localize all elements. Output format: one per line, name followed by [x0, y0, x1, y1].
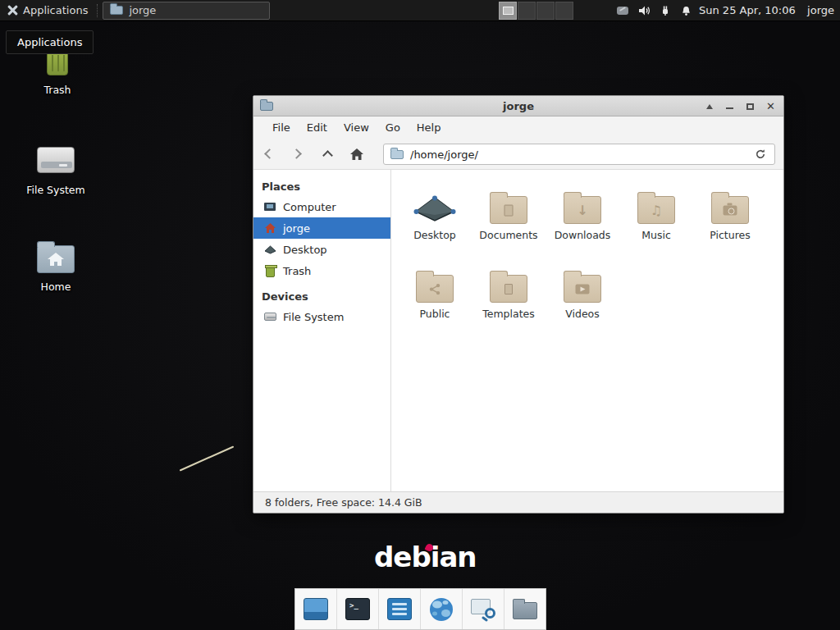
public-folder-icon [416, 275, 454, 303]
workspace-window-thumb [503, 7, 514, 15]
minimize-icon [726, 107, 733, 110]
downloads-folder-icon [564, 196, 601, 224]
file-item-documents[interactable]: Documents [472, 181, 546, 258]
close-button[interactable] [765, 101, 776, 112]
desktop-folder-icon [413, 181, 457, 227]
web-browser-icon [429, 597, 454, 622]
file-label: Downloads [555, 229, 611, 241]
menu-file[interactable]: File [265, 118, 298, 137]
sidebar: Places Computer jorge Desktop [253, 170, 391, 493]
minimize-button[interactable] [724, 101, 735, 112]
reload-icon [755, 148, 766, 160]
titlebar[interactable]: jorge [253, 96, 783, 116]
menu-edit[interactable]: Edit [299, 118, 335, 137]
sidebar-item-desktop[interactable]: Desktop [253, 239, 390, 260]
file-item-pictures[interactable]: Pictures [693, 181, 767, 258]
desktop-icon-label: File System [26, 185, 85, 196]
menubar: File Edit View Go Help [253, 116, 783, 139]
file-label: Desktop [413, 229, 456, 241]
panel-separator [97, 4, 99, 17]
tablet-icon[interactable] [615, 4, 629, 18]
dock-item-show-desktop[interactable] [295, 589, 336, 629]
house-icon [47, 252, 65, 267]
file-label: Documents [479, 229, 537, 241]
dock-item-task-list[interactable] [378, 589, 420, 629]
file-label: Public [420, 308, 450, 320]
workspace-1[interactable] [499, 2, 517, 20]
toolbar: /home/jorge/ [253, 139, 783, 170]
computer-icon [263, 200, 276, 213]
file-item-templates[interactable]: Templates [472, 260, 546, 337]
back-button[interactable] [253, 142, 283, 167]
task-list-icon [387, 598, 412, 620]
dock-item-terminal[interactable] [336, 589, 378, 629]
file-item-downloads[interactable]: Downloads [546, 181, 619, 258]
music-folder-icon [637, 196, 675, 224]
location-bar[interactable]: /home/jorge/ [383, 144, 775, 165]
show-desktop-icon [304, 598, 328, 620]
sidebar-item-file-system[interactable]: File System [253, 306, 390, 327]
shade-button[interactable] [704, 101, 714, 112]
forward-button[interactable] [283, 142, 313, 167]
sidebar-item-label: File System [283, 311, 344, 323]
desktop-icon-label: Trash [43, 84, 71, 96]
file-label: Pictures [710, 229, 751, 241]
dock-item-file-manager[interactable] [504, 589, 546, 629]
window-content: Places Computer jorge Desktop [253, 170, 783, 493]
applications-menu-icon [7, 5, 18, 16]
dock-item-web-browser[interactable] [420, 589, 462, 629]
drive-icon [37, 141, 75, 179]
desktop-icon-label: Home [41, 281, 71, 293]
menu-go[interactable]: Go [378, 118, 408, 137]
volume-icon[interactable] [637, 4, 651, 18]
home-icon [349, 148, 364, 161]
file-item-videos[interactable]: Videos [546, 260, 619, 337]
file-item-music[interactable]: Music [619, 181, 693, 258]
applications-menu-button[interactable]: Applications [0, 0, 95, 21]
workspace-2[interactable] [518, 2, 536, 20]
documents-folder-icon [490, 196, 527, 224]
file-label: Music [641, 229, 671, 241]
sidebar-item-label: Computer [283, 201, 336, 213]
up-icon [322, 150, 333, 161]
desktop: Applications jorge Sun 25 Apr, 10:06 [0, 0, 840, 630]
terminal-icon [345, 598, 370, 620]
sidebar-item-jorge[interactable]: jorge [253, 217, 390, 239]
workspace-3[interactable] [536, 2, 555, 20]
top-panel: Applications jorge Sun 25 Apr, 10:06 [0, 0, 840, 21]
location-path: /home/jorge/ [410, 148, 746, 161]
app-finder-icon [471, 598, 495, 620]
sidebar-item-label: Trash [283, 265, 311, 277]
applications-menu-label: Applications [23, 4, 88, 16]
taskbar-window-button[interactable]: jorge [103, 2, 270, 20]
maximize-button[interactable] [745, 101, 756, 112]
sidebar-devices-header: Devices [253, 286, 390, 306]
workspace-4[interactable] [555, 2, 573, 20]
menu-help[interactable]: Help [409, 118, 449, 137]
applications-tooltip: Applications [6, 30, 94, 54]
user-menu[interactable]: jorge [807, 0, 834, 21]
workspace-switcher [499, 2, 573, 20]
home-button[interactable] [342, 142, 372, 167]
sidebar-item-computer[interactable]: Computer [253, 196, 390, 217]
trash-icon [263, 264, 276, 277]
file-item-public[interactable]: Public [398, 260, 472, 337]
reload-button[interactable] [753, 147, 768, 162]
desktop-icon-home[interactable]: Home [23, 238, 89, 293]
desktop-icon [263, 243, 276, 256]
clock[interactable]: Sun 25 Apr, 10:06 [699, 0, 796, 21]
file-grid: Desktop Documents Downloads Music Pictur [391, 170, 783, 493]
power-icon[interactable] [658, 4, 672, 18]
videos-folder-icon [564, 275, 601, 303]
menu-view[interactable]: View [336, 118, 377, 137]
statusbar: 8 folders, Free space: 14.4 GiB [253, 491, 783, 513]
file-item-desktop[interactable]: Desktop [398, 181, 472, 258]
up-button[interactable] [313, 142, 342, 167]
notifications-bell-icon[interactable] [679, 4, 693, 18]
maximize-icon [746, 103, 754, 110]
sidebar-item-trash[interactable]: Trash [253, 260, 390, 281]
folder-icon [110, 6, 123, 15]
desktop-icon-file-system[interactable]: File System [23, 141, 89, 196]
dock-item-app-finder[interactable] [462, 589, 504, 629]
file-manager-window: jorge File Edit View Go Help / [253, 95, 784, 514]
